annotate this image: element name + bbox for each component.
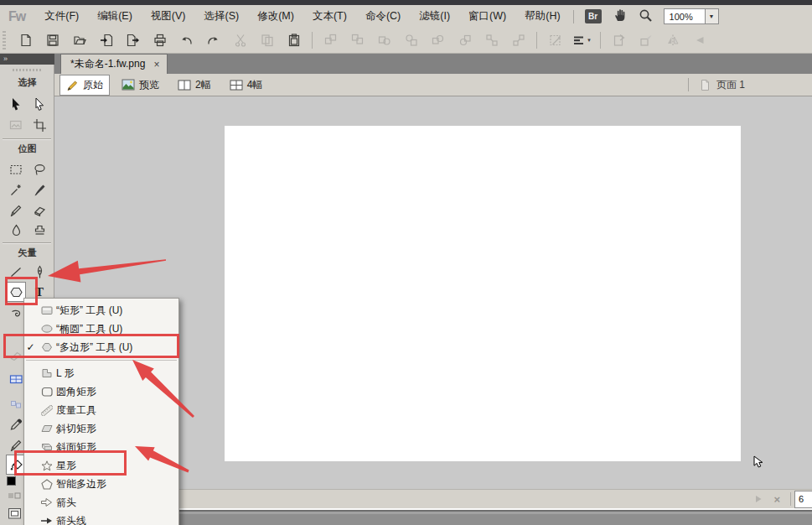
brush-tool[interactable] (29, 179, 49, 200)
import-button[interactable] (95, 30, 117, 50)
menu-separator (26, 360, 177, 361)
viewbar-separator (688, 78, 689, 91)
preview-image-icon (122, 79, 135, 91)
line-tool[interactable] (6, 262, 26, 282)
open-button[interactable] (68, 30, 91, 50)
pointer-tool[interactable] (6, 94, 26, 114)
view-mode-4up[interactable]: 4幅 (223, 75, 270, 96)
panel-divider (3, 242, 51, 244)
menu-commands[interactable]: 命令(C) (356, 5, 410, 28)
view-mode-2up[interactable]: 2幅 (171, 75, 218, 96)
undo-button[interactable] (175, 30, 198, 50)
panel-collapse-handle[interactable]: » (0, 54, 54, 65)
star-icon (37, 460, 56, 471)
menu-edit[interactable]: 编辑(E) (88, 5, 142, 28)
align-button[interactable]: ▼ (571, 30, 593, 50)
crop-tool[interactable] (29, 115, 49, 135)
group-button (319, 30, 342, 50)
pencil-icon (66, 79, 79, 91)
arrow-icon (37, 497, 56, 507)
align-left-edge-button (480, 30, 503, 50)
print-button[interactable] (148, 30, 171, 50)
send-backward-button (453, 30, 476, 50)
menu-item-beveled-rectangle[interactable]: 斜面矩形 (24, 438, 178, 456)
view-mode-bar: 原始 预览 2幅 4幅 页面 1 (54, 74, 812, 96)
bring-forward-button (427, 30, 449, 50)
menu-item-measure-tool[interactable]: 度量工具 (24, 401, 178, 419)
menu-select[interactable]: 选择(S) (195, 5, 249, 28)
redo-button[interactable] (202, 30, 225, 50)
flip-vertical-button (688, 30, 711, 50)
menu-item-ellipse-tool[interactable]: “椭圆” 工具 (U) (24, 320, 178, 338)
menu-item-skewed-rectangle[interactable]: 斜切矩形 (24, 419, 178, 438)
rubber-stamp-tool[interactable] (29, 220, 49, 240)
menu-item-star[interactable]: 星形 (24, 456, 178, 475)
ellipse-icon (37, 324, 56, 334)
new-document-button[interactable] (14, 30, 37, 50)
text-tool-icon: T (35, 285, 44, 299)
fill-color-swatch[interactable] (7, 476, 16, 486)
export-button[interactable] (122, 30, 144, 50)
view-mode-preview[interactable]: 预览 (115, 75, 166, 96)
panel-grip[interactable] (13, 69, 41, 71)
blur-tool[interactable] (6, 220, 26, 240)
skewed-rectangle-icon (37, 424, 56, 434)
menubar-separator (573, 10, 574, 23)
paste-button[interactable] (282, 30, 305, 50)
free-transform-button (544, 30, 566, 50)
export-area-tool (6, 115, 26, 135)
smart-polygon-icon (37, 479, 56, 490)
colors-mini-control[interactable] (4, 490, 24, 502)
rounded-rectangle-icon (37, 387, 56, 397)
arrow-line-icon (37, 516, 56, 525)
stop-icon: × (773, 493, 780, 506)
document-tab[interactable]: *未命名-1.fw.png × (60, 54, 168, 74)
polygon-icon (9, 285, 23, 299)
statusbar-separator (790, 492, 791, 506)
l-shape-icon (37, 368, 56, 378)
magnifier-icon[interactable] (639, 8, 653, 25)
menu-help[interactable]: 帮助(H) (515, 5, 569, 28)
menu-filters[interactable]: 滤镜(I) (410, 5, 459, 28)
menu-item-arrow[interactable]: 箭头 (24, 493, 178, 512)
flip-horizontal-button (661, 30, 684, 50)
statusbar-zoom-field[interactable]: 6 (794, 491, 812, 508)
menu-file[interactable]: 文件(F) (35, 5, 88, 28)
menu-item-arrow-line[interactable]: 箭头线 (24, 512, 178, 525)
menubar: Fw 文件(F) 编辑(E) 视图(V) 选择(S) 修改(M) 文本(T) 命… (0, 5, 812, 28)
magic-wand-tool[interactable] (6, 179, 26, 200)
chevron-down-icon[interactable]: ▼ (705, 9, 718, 23)
toolbar-separator (536, 32, 537, 49)
hand-tool-icon[interactable] (613, 8, 628, 25)
menu-modify[interactable]: 修改(M) (248, 5, 303, 28)
menu-item-rounded-rectangle[interactable]: 圆角矩形 (24, 382, 178, 401)
fireworks-window: Fw 文件(F) 编辑(E) 视图(V) 选择(S) 修改(M) 文本(T) 命… (0, 0, 812, 525)
toolbar-grip[interactable] (3, 31, 6, 49)
subselection-tool[interactable] (29, 94, 49, 114)
document-tab-title: *未命名-1.fw.png (70, 57, 145, 71)
page-label: 页面 1 (716, 78, 745, 92)
menu-item-rectangle-tool[interactable]: “矩形” 工具 (U) (24, 301, 178, 320)
lasso-tool[interactable] (29, 159, 49, 179)
view-mode-original[interactable]: 原始 (59, 75, 110, 96)
section-label-vector: 矢量 (0, 247, 54, 259)
screen-mode-button[interactable] (4, 503, 24, 523)
menu-item-polygon-tool[interactable]: ✓ “多边形” 工具 (U) (24, 338, 178, 356)
zoom-level-select[interactable]: 100% ▼ (664, 8, 719, 24)
menu-item-l-shape[interactable]: L 形 (24, 364, 178, 382)
chevrons-icon: » (3, 55, 8, 63)
document-canvas[interactable] (225, 126, 741, 461)
page-indicator[interactable]: 页面 1 (688, 78, 745, 92)
marquee-tool[interactable] (6, 159, 26, 179)
eraser-tool[interactable] (29, 200, 49, 220)
menu-item-smart-polygon[interactable]: 智能多边形 (24, 475, 178, 493)
align-top-edge-button (507, 30, 530, 50)
menu-window[interactable]: 窗口(W) (459, 5, 515, 28)
pen-tool[interactable] (29, 262, 49, 282)
close-icon[interactable]: × (153, 59, 159, 70)
menu-view[interactable]: 视图(V) (142, 5, 195, 28)
bridge-button[interactable]: Br (585, 9, 602, 23)
menu-text[interactable]: 文本(T) (303, 5, 356, 28)
save-button[interactable] (41, 30, 64, 50)
pencil-bitmap-tool[interactable] (6, 200, 26, 220)
